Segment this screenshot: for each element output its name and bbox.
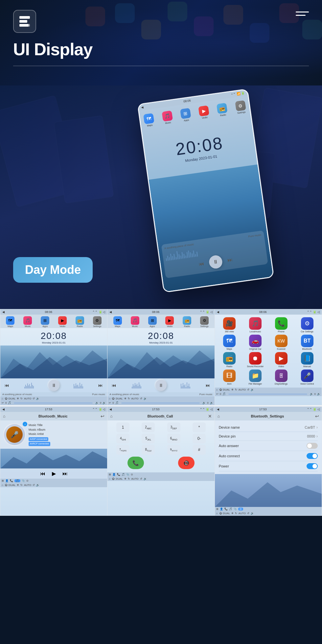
app-settings-icon[interactable]: ⚙ Settings [234, 99, 247, 115]
grid-soundrecorder[interactable]: ⏺ Sound Recorder [243, 352, 267, 368]
bt-music-art-wrapper: 🎤 ♪ [3, 423, 26, 446]
p2-settings[interactable]: ⚙ Settings [200, 316, 209, 327]
key-7[interactable]: 7PQRS [116, 445, 129, 455]
panel-1-nav2: ↩0🎵🔊0🔊 [0, 401, 107, 405]
bt-label-devicename: Device name [219, 425, 240, 429]
panel-2-date: Monday 2023-01-01 [107, 341, 214, 344]
panel-1: ◀ 08:06 ⌃⌃ 🔋 ◁ 🗺 Maps 🎵 Music ⊞ Apps [0, 309, 107, 405]
bt-call-nav: ⊞👤📞🎵📎⊙ [107, 472, 214, 477]
p1-prev[interactable]: ⏮ [4, 382, 10, 389]
prev-btn[interactable]: ⏮ [198, 261, 204, 267]
key-hash[interactable]: # [193, 445, 206, 455]
bt-music-controls: ⏮ ▶ ⏭ [0, 468, 107, 479]
grid-dispsettings[interactable]: 🎚 DispSettings [269, 370, 293, 385]
pause-btn[interactable]: ⏸ [208, 254, 223, 269]
p2-apps[interactable]: ⊞ Apps [148, 316, 157, 327]
key-8[interactable]: 8TUV [142, 445, 155, 455]
key-2[interactable]: 2ABC [142, 422, 155, 432]
panel-2-status: ◀ 08:06 ⌃⌃ 🔋 ◁ [107, 309, 214, 315]
grid-radio[interactable]: 📻 Radio [218, 352, 242, 368]
track-artist: Music Artist [29, 432, 104, 437]
bt-value-pin-wrapper: 0000 › [307, 434, 318, 439]
app-apps-icon[interactable]: ⊞ Apps [179, 107, 193, 123]
header: UI Display [0, 0, 322, 85]
key-star[interactable]: * [193, 422, 206, 432]
grid-manual[interactable]: 📘 Manual [295, 352, 319, 368]
grid-bluetooth[interactable]: BT Bluetooth [295, 335, 319, 350]
bt-next[interactable]: ⏭ [62, 471, 68, 477]
grid-kuwood[interactable]: KW Kuwood [269, 335, 293, 350]
p1-music[interactable]: 🎵 Music [23, 316, 32, 327]
phone-status-time: 08:06 [183, 99, 191, 103]
bt-toggle-autoanswer[interactable] [307, 443, 318, 449]
app-logo [13, 10, 36, 33]
key-9[interactable]: 9WXYZ [167, 445, 180, 455]
panel-2-nav: ⌂⏻DUAL❄↻AUTO↺🔊 [107, 396, 214, 401]
p2-prev[interactable]: ⏮ [111, 382, 117, 389]
bt-prev[interactable]: ⏮ [40, 471, 45, 477]
bt-call-back[interactable]: ✕ [208, 414, 212, 419]
p2-music[interactable]: 🎵 Music [131, 316, 139, 327]
hamburger-menu[interactable] [296, 12, 309, 16]
panel-2: ◀ 08:06 ⌃⌃ 🔋 ◁ 🗺 Maps 🎵 Music ⊞ Apps [107, 309, 215, 405]
svg-marker-9 [215, 482, 322, 507]
grid-360view[interactable]: 🎥 360 view [218, 317, 242, 333]
p1-radio[interactable]: 📻 Radio [76, 316, 84, 327]
bt-toggle-autoconnect[interactable] [307, 453, 318, 459]
bt-settings-time: 17:53 [259, 408, 267, 411]
p2-next[interactable]: ⏭ [205, 382, 211, 389]
bt-music-panel: ◀ 17:53 ⌃⌃ 🔋 ◁ ⌂ Bluetooth_Music ↩ 🎤 ♪ M… [0, 406, 107, 516]
p2-vedio[interactable]: ▶ Vedio [165, 316, 174, 327]
panel-1-status: ◀ 08:06 ⌃⌃ 🔋 ◁ [0, 309, 107, 315]
call-answer-btn[interactable]: 📞 [127, 457, 144, 469]
p2-maps[interactable]: 🗺 Maps [113, 316, 122, 327]
app-radio-icon[interactable]: 📻 Radio [216, 102, 229, 118]
grid-voicecontrol[interactable]: 🎤 Voice Control [295, 370, 319, 385]
p1-vedio[interactable]: ▶ Vedio [58, 316, 67, 327]
call-hangup-btn[interactable]: 📵 [178, 457, 195, 469]
grid-localmusic[interactable]: 🎵 Localmusic [243, 317, 267, 333]
key-4[interactable]: 4GHI [116, 434, 129, 443]
p1-settings[interactable]: ⚙ Settings [93, 316, 102, 327]
key-1[interactable]: 1 [116, 422, 129, 432]
p2-radio[interactable]: 📻 Radio [183, 316, 191, 327]
key-6[interactable]: 6MNO [167, 434, 180, 443]
bt-setting-pin[interactable]: Device pin 0000 › [219, 432, 318, 441]
app-vedio-icon[interactable]: ▶ Vedio [197, 104, 211, 121]
bt-settings-nav2: ⌂⏻DUAL❄↻AUTO↺🔊 [215, 511, 322, 515]
app-maps-icon[interactable]: 🗺 Maps [142, 112, 156, 129]
grid-maps[interactable]: 🗺 Maps [218, 335, 242, 350]
panel-1-nav: ⌂⏻DUAL❄↻AUTO↺🔊 [0, 396, 107, 401]
p1-play[interactable]: ⏸ [48, 380, 59, 391]
bt-call-header: ⌂ Bluetooth_Call ✕ [107, 412, 214, 420]
bt-setting-devicename[interactable]: Device name CarBT › [219, 423, 318, 432]
app-music-icon[interactable]: 🎵 Music [160, 109, 174, 126]
key-0dash[interactable]: 0- [193, 434, 206, 443]
p1-maps[interactable]: 🗺 Maps [6, 316, 14, 327]
panel-2-time: 08:06 [152, 310, 160, 314]
grid-originalcar[interactable]: 🚗 Original Car [243, 335, 267, 350]
bt-settings-back[interactable]: ↩ [315, 414, 319, 419]
grid-video[interactable]: ▶ Video [269, 352, 293, 368]
p1-next[interactable]: ⏭ [97, 382, 104, 389]
p1-apps[interactable]: ⊞ Apps [41, 316, 49, 327]
bt-album-art: 🎤 [3, 423, 26, 446]
bt-toggle-power[interactable] [307, 463, 318, 469]
bt-call-panel: ◀ 17:53 ⌃⌃ 🔋 ◁ ⌂ Bluetooth_Call ✕ 1 2ABC… [107, 406, 215, 516]
svg-rect-1 [19, 20, 27, 23]
grid-phone[interactable]: 📞 Phone [269, 317, 293, 333]
grid-filemanager[interactable]: 📁 File Manager [243, 370, 267, 385]
key-5[interactable]: 5JKL [142, 434, 155, 443]
bt-music-back[interactable]: ↩ [101, 414, 104, 419]
grid-carsettings[interactable]: ⚙ Car Settings [295, 317, 319, 333]
bt-music-title: Bluetooth_Music [38, 414, 68, 418]
grid-avin[interactable]: 🎞 Avin [218, 370, 242, 385]
key-3[interactable]: 3DEF [167, 422, 180, 432]
chevron-pin: › [316, 434, 318, 439]
next-btn[interactable]: ⏭ [227, 257, 233, 263]
keypad-row-1: 1 2ABC 3DEF * [110, 422, 212, 432]
panels-row-1: ◀ 08:06 ⌃⌃ 🔋 ◁ 🗺 Maps 🎵 Music ⊞ Apps [0, 309, 322, 405]
bt-settings-header: ⌂ Bluetooth_Settings ↩ [215, 412, 322, 420]
p2-play[interactable]: ⏸ [155, 380, 167, 391]
bt-play[interactable]: ▶ [52, 470, 56, 477]
